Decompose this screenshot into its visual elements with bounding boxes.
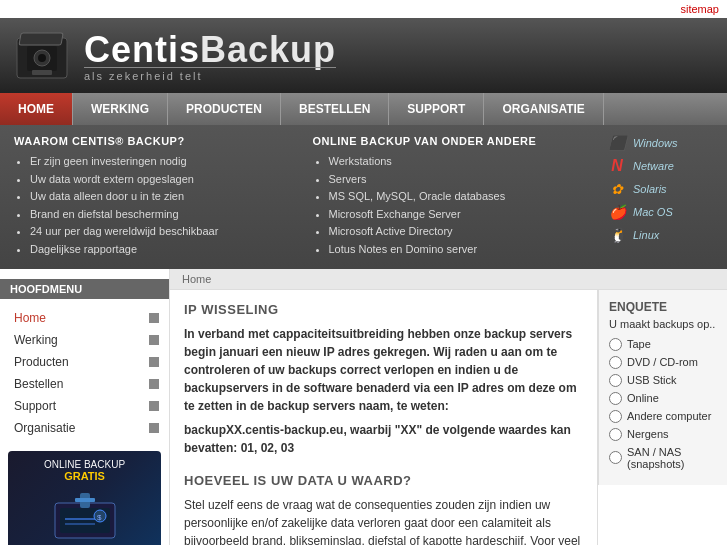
radio-nergens[interactable] xyxy=(609,428,622,441)
main-content: IP WISSELING In verband met cappaciteits… xyxy=(170,290,597,545)
solaris-icon: ✿ xyxy=(607,179,627,199)
right-sidebar: ENQUETE U maakt backups op.. Tape DVD / … xyxy=(597,290,727,545)
enquete: ENQUETE U maakt backups op.. Tape DVD / … xyxy=(598,290,727,485)
feature-right: ONLINE BACKUP VAN ONDER ANDERE Werkstati… xyxy=(299,125,598,269)
enquete-option-nergens[interactable]: Nergens xyxy=(609,428,718,441)
ip-wisseling-highlight: In verband met cappaciteitsuitbreiding h… xyxy=(184,325,583,415)
nav: HOME WERKING PRODUCTEN BESTELLEN SUPPORT… xyxy=(0,93,727,125)
data-waard-title: HOEVEEL IS UW DATA U WAARD? xyxy=(184,473,583,488)
sidebar-link-bestellen[interactable]: Bestellen xyxy=(0,373,169,395)
sidebar-bullet xyxy=(149,379,159,389)
os-linux: 🐧 Linux xyxy=(607,225,717,245)
logo-backup: Backup xyxy=(200,29,336,70)
enquete-option-san[interactable]: SAN / NAS (snapshots) xyxy=(609,446,718,470)
netware-icon: N xyxy=(607,156,627,176)
radio-usb[interactable] xyxy=(609,374,622,387)
sidebar: HOOFDMENU Home Werking Producten Bestell… xyxy=(0,269,170,545)
header: CentisBackup als zekerheid telt xyxy=(0,18,727,93)
feature-left-list: Er zijn geen investeringen nodig Uw data… xyxy=(14,153,285,259)
sidebar-bullet xyxy=(149,313,159,323)
three-col: Home IP WISSELING In verband met cappaci… xyxy=(170,269,727,545)
svg-text:$: $ xyxy=(97,513,102,522)
sidebar-link-label: Organisatie xyxy=(14,421,75,435)
page-wrapper: sitemap CentisBackup als zekerheid telt … xyxy=(0,0,727,545)
list-item: Werkstations xyxy=(329,153,584,171)
enquete-option-online[interactable]: Online xyxy=(609,392,718,405)
main-layout: HOOFDMENU Home Werking Producten Bestell… xyxy=(0,269,727,545)
radio-usb-label: USB Stick xyxy=(627,374,677,386)
radio-san[interactable] xyxy=(609,451,622,464)
radio-online-label: Online xyxy=(627,392,659,404)
enquete-title: ENQUETE xyxy=(609,300,718,314)
content-body: IP WISSELING In verband met cappaciteits… xyxy=(170,290,597,545)
os-solaris: ✿ Solaris xyxy=(607,179,717,199)
os-macos: 🍎 Mac OS xyxy=(607,202,717,222)
nav-home[interactable]: HOME xyxy=(0,93,73,125)
sidebar-bullet xyxy=(149,335,159,345)
logo-text: CentisBackup als zekerheid telt xyxy=(84,29,336,82)
os-netware: N Netware xyxy=(607,156,717,176)
enquete-option-usb[interactable]: USB Stick xyxy=(609,374,718,387)
enquete-option-tape[interactable]: Tape xyxy=(609,338,718,351)
enquete-subtitle: U maakt backups op.. xyxy=(609,318,718,330)
macos-icon: 🍎 xyxy=(607,202,627,222)
list-item: Microsoft Exchange Server xyxy=(329,206,584,224)
radio-nergens-label: Nergens xyxy=(627,428,669,440)
nav-organisatie[interactable]: ORGANISATIE xyxy=(484,93,603,125)
sidebar-link-label: Producten xyxy=(14,355,69,369)
os-solaris-label: Solaris xyxy=(633,183,667,195)
feature-os: ⬛ Windows N Netware ✿ Solaris 🍎 Mac OS 🐧… xyxy=(597,125,727,269)
ip-wisseling-address: backupXX.centis-backup.eu, waarbij "XX" … xyxy=(184,421,583,457)
list-item: Servers xyxy=(329,171,584,189)
sidebar-link-werking[interactable]: Werking xyxy=(0,329,169,351)
sidebar-link-producten[interactable]: Producten xyxy=(0,351,169,373)
sidebar-link-home[interactable]: Home xyxy=(0,307,169,329)
radio-tape-label: Tape xyxy=(627,338,651,350)
logo-tagline: als zekerheid telt xyxy=(84,67,336,82)
svg-point-4 xyxy=(38,54,46,62)
radio-andere-label: Andere computer xyxy=(627,410,711,422)
breadcrumb: Home xyxy=(170,269,727,290)
enquete-option-dvd[interactable]: DVD / CD-rom xyxy=(609,356,718,369)
sitemap-link[interactable]: sitemap xyxy=(680,3,719,15)
list-item: 24 uur per dag wereldwijd beschikbaar xyxy=(30,223,285,241)
nav-werking[interactable]: WERKING xyxy=(73,93,168,125)
ip-wisseling-section: IP WISSELING In verband met cappaciteits… xyxy=(184,302,583,457)
online-backup-label: ONLINE BACKUP xyxy=(16,459,153,470)
top-bar: sitemap xyxy=(0,0,727,18)
sidebar-link-organisatie[interactable]: Organisatie xyxy=(0,417,169,439)
radio-dvd[interactable] xyxy=(609,356,622,369)
nav-bestellen[interactable]: BESTELLEN xyxy=(281,93,389,125)
data-waard-text: Stel uzelf eens de vraag wat de conseque… xyxy=(184,496,583,545)
enquete-option-andere[interactable]: Andere computer xyxy=(609,410,718,423)
os-linux-label: Linux xyxy=(633,229,659,241)
list-item: MS SQL, MySQL, Oracle databases xyxy=(329,188,584,206)
nav-producten[interactable]: PRODUCTEN xyxy=(168,93,281,125)
list-item: Dagelijkse rapportage xyxy=(30,241,285,259)
feature-left-title: WAAROM CENTIS® BACKUP? xyxy=(14,135,285,147)
ip-wisseling-title: IP WISSELING xyxy=(184,302,583,317)
radio-tape[interactable] xyxy=(609,338,622,351)
svg-rect-13 xyxy=(75,498,95,502)
sidebar-bullet xyxy=(149,357,159,367)
sidebar-title: HOOFDMENU xyxy=(0,279,169,299)
sidebar-link-label: Support xyxy=(14,399,56,413)
sidebar-link-label: Bestellen xyxy=(14,377,63,391)
windows-icon: ⬛ xyxy=(607,133,627,153)
logo-centis: Centis xyxy=(84,29,200,70)
feature-right-title: ONLINE BACKUP VAN ONDER ANDERE xyxy=(313,135,584,147)
radio-online[interactable] xyxy=(609,392,622,405)
list-item: Uw data alleen door u in te zien xyxy=(30,188,285,206)
nav-support[interactable]: SUPPORT xyxy=(389,93,484,125)
sidebar-bullet xyxy=(149,423,159,433)
radio-san-label: SAN / NAS (snapshots) xyxy=(627,446,718,470)
gratis-label: GRATIS xyxy=(16,470,153,482)
feature-left: WAAROM CENTIS® BACKUP? Er zijn geen inve… xyxy=(0,125,299,269)
logo-icon xyxy=(12,28,72,83)
radio-andere[interactable] xyxy=(609,410,622,423)
radio-dvd-label: DVD / CD-rom xyxy=(627,356,698,368)
list-item: Lotus Notes en Domino server xyxy=(329,241,584,259)
sidebar-link-label: Home xyxy=(14,311,46,325)
sidebar-link-support[interactable]: Support xyxy=(0,395,169,417)
svg-rect-5 xyxy=(32,70,52,75)
